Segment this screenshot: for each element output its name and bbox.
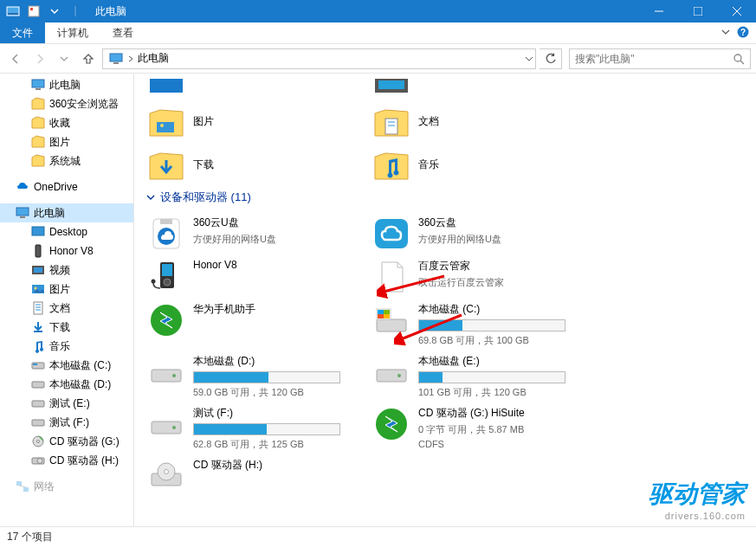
refresh-button[interactable] [540, 48, 562, 69]
svg-rect-17 [16, 208, 29, 216]
svg-point-70 [172, 426, 176, 429]
svg-point-57 [152, 280, 156, 284]
sidebar-item-honorv8[interactable]: Honor V8 [0, 241, 133, 261]
drive-item-diske[interactable]: 本地磁盘 (E:)101 GB 可用，共 120 GB [372, 352, 579, 401]
svg-rect-61 [378, 310, 384, 314]
disk-icon [148, 406, 184, 442]
svg-rect-12 [113, 62, 119, 64]
sidebar-item-onedrive[interactable]: OneDrive [0, 177, 133, 196]
sidebar-item-thispc[interactable]: 此电脑 [0, 203, 133, 222]
sidebar-item-diskd[interactable]: 本地磁盘 (D:) [0, 375, 133, 394]
forward-button[interactable] [29, 48, 50, 69]
quick-access-toolbar [0, 2, 88, 21]
drive-item-honorv8[interactable]: Honor V8 [146, 257, 354, 297]
breadcrumb[interactable]: 此电脑 [134, 51, 172, 66]
sidebar-item-systemcity[interactable]: 系统城 [0, 151, 133, 171]
drive-item-huawei[interactable]: 华为手机助手 [146, 300, 354, 349]
status-bar: 17 个项目 [0, 526, 756, 547]
svg-rect-47 [385, 119, 397, 134]
content-pane[interactable]: 图片 文档 下载 音乐 设备和驱动器 (11) 360云U盘方 [134, 74, 756, 526]
svg-point-56 [164, 279, 171, 286]
recent-dropdown[interactable] [54, 48, 74, 69]
svg-rect-44 [378, 80, 404, 89]
address-bar[interactable]: 此电脑 [102, 48, 536, 69]
svg-point-74 [165, 470, 169, 474]
up-button[interactable] [78, 48, 99, 69]
sidebar-item-thispc-top[interactable]: 此电脑 [0, 75, 133, 94]
sidebar-item-cdh[interactable]: CD 驱动器 (H:) [0, 451, 133, 470]
addressbar-chevron-icon[interactable] [127, 54, 134, 64]
drive-item-baiduyun[interactable]: 百度云管家双击运行百度云管家 [372, 257, 579, 297]
drive-item-diskc[interactable]: 本地磁盘 (C:)69.8 GB 可用，共 100 GB [372, 300, 579, 349]
sidebar-item-360browser[interactable]: 360安全浏览器 [0, 94, 133, 113]
svg-rect-32 [32, 382, 44, 388]
svg-point-24 [35, 287, 37, 290]
svg-point-68 [397, 374, 401, 377]
addressbar-dropdown-icon[interactable] [525, 55, 533, 63]
qat-separator [66, 2, 85, 21]
drive-item-cdg[interactable]: CD 驱动器 (G:) HiSuite0 字节 可用，共 5.87 MBCDFS [372, 404, 579, 453]
tab-computer[interactable]: 计算机 [45, 23, 100, 43]
folder-item-partial1[interactable] [146, 79, 354, 98]
search-box[interactable] [569, 48, 751, 69]
drive-item-diskd[interactable]: 本地磁盘 (D:)59.0 GB 可用，共 120 GB [146, 352, 354, 401]
sidebar-item-videos[interactable]: 视频 [0, 261, 133, 280]
document-icon [373, 259, 410, 295]
close-button[interactable] [717, 0, 756, 23]
svg-rect-20 [36, 245, 41, 257]
svg-rect-15 [32, 80, 44, 87]
navigation-bar: 此电脑 [0, 44, 756, 74]
svg-rect-1 [8, 13, 18, 15]
search-icon[interactable] [733, 53, 745, 65]
drive-item-360cloud[interactable]: 360云盘方便好用的网络U盘 [372, 214, 579, 254]
tab-view[interactable]: 查看 [100, 23, 145, 43]
disk-icon [373, 354, 410, 390]
help-icon[interactable]: ? [737, 26, 749, 38]
svg-rect-18 [20, 216, 25, 218]
system-menu-icon[interactable] [3, 2, 23, 21]
folder-item-partial2[interactable] [372, 79, 579, 98]
qat-properties-icon[interactable] [24, 2, 43, 21]
folder-item-downloads[interactable]: 下载 [146, 145, 354, 184]
back-button[interactable] [5, 48, 26, 69]
ribbon-tabs: 文件 计算机 查看 ? [0, 23, 756, 44]
svg-point-66 [172, 374, 176, 377]
sidebar-item-pictures[interactable]: 图片 [0, 132, 133, 151]
window-title: 此电脑 [88, 4, 639, 19]
search-input[interactable] [575, 53, 733, 65]
ribbon-expand-icon[interactable] [721, 28, 730, 36]
folder-item-documents[interactable]: 文档 [372, 101, 579, 141]
svg-rect-16 [36, 88, 41, 90]
sidebar-item-music[interactable]: 音乐 [0, 337, 133, 356]
navigation-pane[interactable]: 此电脑 360安全浏览器 收藏 图片 系统城 OneDrive 此电脑 Desk… [0, 74, 134, 526]
maximize-button[interactable] [678, 0, 717, 23]
svg-rect-33 [32, 401, 44, 407]
folder-item-music[interactable]: 音乐 [372, 145, 579, 184]
folder-item-pictures[interactable]: 图片 [146, 101, 354, 141]
sidebar-item-diskc[interactable]: 本地磁盘 (C:) [0, 356, 133, 375]
svg-rect-42 [150, 79, 183, 93]
sidebar-item-downloads[interactable]: 下载 [0, 318, 133, 337]
svg-rect-64 [384, 314, 390, 319]
chevron-down-icon [146, 193, 155, 202]
svg-rect-2 [29, 6, 39, 16]
sidebar-item-cdg[interactable]: CD 驱动器 (G:) [0, 432, 133, 451]
section-devices-header[interactable]: 设备和驱动器 (11) [146, 190, 744, 205]
svg-rect-53 [375, 219, 408, 248]
sidebar-item-pictures2[interactable]: 图片 [0, 280, 133, 299]
minimize-button[interactable] [639, 0, 678, 23]
sidebar-item-network[interactable]: 网络 [0, 477, 133, 496]
sidebar-item-teste[interactable]: 测试 (E:) [0, 394, 133, 413]
sidebar-item-favorites[interactable]: 收藏 [0, 113, 133, 132]
mp3player-icon [148, 259, 184, 295]
qat-dropdown-icon[interactable] [45, 2, 64, 21]
svg-rect-34 [32, 420, 44, 426]
drive-item-cdh[interactable]: CD 驱动器 (H:) [146, 456, 354, 496]
sidebar-item-documents[interactable]: 文档 [0, 299, 133, 318]
svg-point-13 [734, 55, 741, 61]
tab-file[interactable]: 文件 [0, 23, 45, 43]
drive-item-testf[interactable]: 测试 (F:)62.8 GB 可用，共 125 GB [146, 404, 354, 453]
sidebar-item-desktop[interactable]: Desktop [0, 222, 133, 241]
sidebar-item-testf[interactable]: 测试 (F:) [0, 413, 133, 432]
drive-item-360udisk[interactable]: 360云U盘方便好用的网络U盘 [146, 214, 354, 254]
